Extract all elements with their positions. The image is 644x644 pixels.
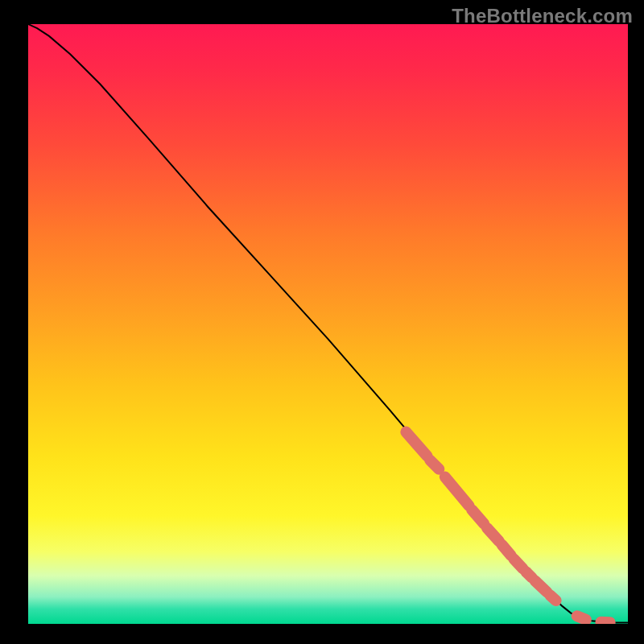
plot-area [28,24,628,624]
bottleneck-curve [28,24,628,623]
bead-segment [472,510,484,523]
watermark-label: TheBottleneck.com [452,5,633,27]
bead-segment [430,460,439,469]
bead-highlights [406,432,609,623]
bead-segment [514,559,522,569]
bead-segment [406,432,427,456]
bead-segment [502,545,511,555]
bead-segment [550,595,555,601]
bead-segment [577,616,586,619]
curve-overlay [28,24,628,624]
chart-stage: TheBottleneck.com [0,0,644,644]
bead-segment [487,528,499,541]
bead-segment [445,477,469,506]
bead-segment [535,580,547,592]
